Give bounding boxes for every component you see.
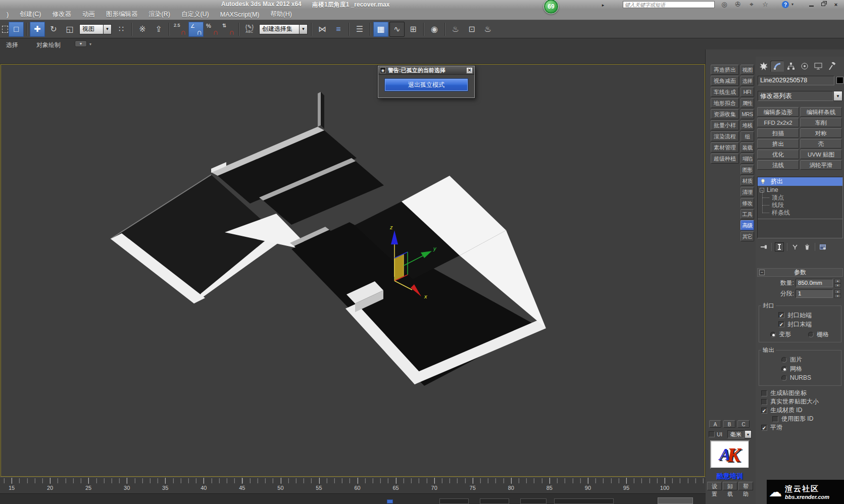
output-radio-网格[interactable] [781,366,787,372]
search-input[interactable] [623,1,715,8]
select-move-button[interactable]: ✚ [30,22,45,37]
utility-button-再造挤出[interactable]: 再造挤出 [711,65,739,75]
help-dropdown-icon[interactable]: ▾ [790,0,795,9]
option-checkbox-2[interactable]: ✓ [761,408,767,414]
schematic-view-button[interactable]: ⊞ [406,22,421,37]
layer-manager-button[interactable]: ☰ [352,22,367,37]
tab-motion[interactable] [798,61,811,72]
transform-x-field[interactable] [439,498,469,504]
curve-editor-button[interactable]: ∿ [389,22,405,37]
amount-field[interactable]: 850.0mm [796,279,833,287]
transform-y-field[interactable] [480,498,509,504]
time-tag-field[interactable] [658,497,693,504]
utility-tab-B[interactable]: B [723,420,735,428]
ribbon-minimize-arrow-icon[interactable]: ▾ [89,42,91,46]
time-tick-100[interactable]: 100 [660,485,669,491]
favorites-star-icon[interactable]: ☆ [759,0,771,9]
configure-modifier-sets-button[interactable] [818,242,827,251]
modifier-button-0[interactable]: 编辑多边形 [757,107,799,117]
modifier-button-5[interactable]: 对称 [800,128,842,138]
dropdown-arrow-icon[interactable]: ▼ [833,91,842,101]
perspective-viewport[interactable]: z y x [1,64,705,477]
flyout-arrow-icon[interactable]: ▸ [600,1,606,9]
snap-toggle-button[interactable]: 2.5∩ [172,22,187,37]
stack-item-base[interactable]: − Line [758,186,842,194]
morph-radio[interactable] [770,332,776,337]
key-login-icon[interactable]: ✇ [732,0,744,9]
modifier-button-8[interactable]: 优化 [757,149,799,159]
utility-button-修改[interactable]: 修改 [740,198,754,208]
option-checkbox-4[interactable]: ✓ [761,425,767,431]
cap-checkbox-1[interactable]: ✓ [778,321,784,327]
time-tick-35[interactable]: 35 [162,485,168,491]
dropdown-arrow-icon[interactable]: ▼ [744,430,752,438]
utility-button-工具[interactable]: 工具 [740,209,754,219]
help-button[interactable]: ? [782,1,789,8]
modifier-button-9[interactable]: UVW 贴图 [800,149,842,159]
menu-item-1[interactable]: 创建(C) [14,10,46,19]
option-checkbox-3[interactable] [772,416,778,422]
render-setup-button[interactable]: ♨ [448,22,463,37]
show-end-result-button[interactable] [775,242,784,251]
menu-item-7[interactable]: MAXScript(M) [215,11,265,18]
keyboard-override-button[interactable]: ⇪ [151,22,166,37]
time-tick-75[interactable]: 75 [470,485,476,491]
output-radio-NURBS[interactable] [781,375,787,381]
utility-button-高级[interactable]: 高级 [740,220,754,230]
utility-button-HFI[interactable]: HFI [740,87,754,97]
option-checkbox-1[interactable] [761,399,767,405]
utility-button-其它[interactable]: 其它 [740,231,754,241]
modifier-button-2[interactable]: FFD 2x2x2 [757,118,799,127]
modifier-button-7[interactable]: 壳 [800,139,842,148]
ribbon-tab-select[interactable]: 选择 [6,41,18,49]
menu-item-0[interactable]: ) [1,11,14,18]
tab-modify[interactable] [770,61,784,72]
select-manipulate-button[interactable]: ※ [135,22,150,37]
mirror-button[interactable]: ⋈ [315,22,330,37]
utility-settings-button[interactable]: 设置 [707,482,722,490]
time-tick-45[interactable]: 45 [239,485,245,491]
utility-button-清理[interactable]: 清理 [740,187,754,197]
time-tick-55[interactable]: 55 [316,485,322,491]
object-name-field[interactable]: Line2029250578 [758,76,834,85]
tab-utilities[interactable] [825,61,838,72]
menu-item-4[interactable]: 图形编辑器 [101,10,143,19]
transform-z-field[interactable] [520,498,547,504]
menu-item-6[interactable]: 自定义(U) [176,10,215,19]
utility-button-属性[interactable]: 属性 [740,98,754,108]
utility-unload-button[interactable]: 卸载 [723,482,737,490]
gizmo-plane-handle[interactable] [394,254,404,281]
spinner-snap-button[interactable]: ⇅∩ [221,22,236,37]
utility-button-超级种植[interactable]: 超级种植 [711,154,739,164]
stack-subobject-0[interactable]: 顶点 [758,194,842,201]
dropdown-arrow-icon[interactable]: ▼ [103,25,111,34]
angle-snap-button[interactable]: ∠∩ [188,22,204,37]
status-key-toggle[interactable] [387,499,393,503]
utility-button-堆栈[interactable]: 堆栈 [740,120,754,130]
select-scale-button[interactable]: ◱ [62,22,77,37]
dialog-close-button[interactable]: ✕ [466,67,473,74]
utility-button-资源收集[interactable]: 资源收集 [711,109,739,119]
remove-modifier-button[interactable] [803,242,812,251]
utility-button-MRS[interactable]: MRS [740,109,754,119]
select-rotate-button[interactable]: ↻ [46,22,61,37]
rendered-frame-window-button[interactable]: ⊡ [464,22,479,37]
amount-spinner[interactable]: ▲▼ [834,279,841,287]
time-tick-50[interactable]: 50 [277,485,283,491]
communication-center-icon[interactable]: ⌖ [746,0,758,9]
utility-button-选择[interactable]: 选择 [740,76,754,86]
time-ruler[interactable]: 1520253035404550556065707580859095100 [0,477,706,493]
time-tick-25[interactable]: 25 [85,485,91,491]
time-tick-65[interactable]: 65 [392,485,399,491]
graphite-ribbon-toggle-button[interactable]: ▦ [373,22,388,37]
use-pivot-center-button[interactable]: ∷ [114,22,129,37]
ribbon-tab-object-paint[interactable]: 对象绘制 [36,41,61,49]
rollout-header[interactable]: − 参数 [757,268,843,277]
utility-button-塌陷[interactable]: 塌陷 [740,154,754,164]
named-selection-set-dropdown[interactable]: 创建选择集 ▼ [259,24,308,34]
utility-button-批量小样[interactable]: 批量小样 [711,120,739,130]
menu-item-5[interactable]: 渲染(R) [143,10,176,19]
reference-coordinate-dropdown[interactable]: 视图 ▼ [79,24,112,34]
time-tick-15[interactable]: 15 [9,485,15,491]
utility-button-组[interactable]: 组 [740,131,754,141]
